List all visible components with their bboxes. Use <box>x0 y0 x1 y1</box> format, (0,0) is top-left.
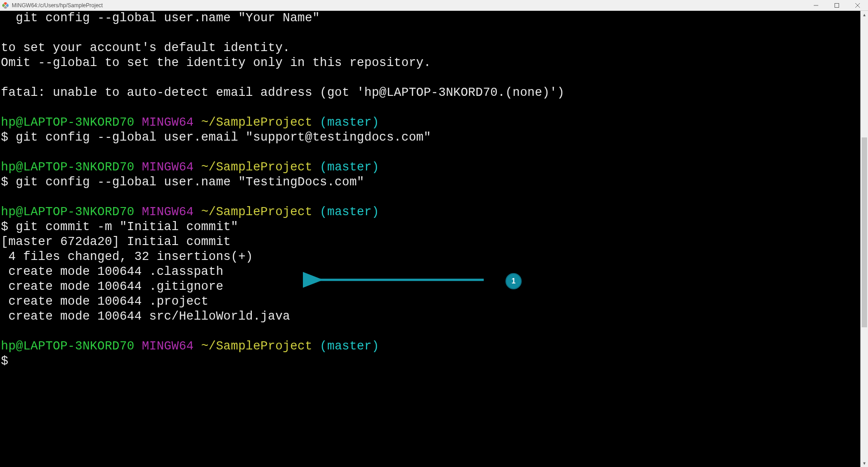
terminal-output: 4 files changed, 32 insertions(+) <box>1 250 253 264</box>
annotation-badge: 1 <box>505 273 522 289</box>
window-controls <box>806 0 868 11</box>
terminal-output: [master 672da20] Initial commit <box>1 235 231 249</box>
scroll-down-icon[interactable]: ▼ <box>861 459 868 467</box>
prompt-symbol: $ <box>1 354 8 368</box>
close-button[interactable] <box>847 0 868 11</box>
prompt-path: ~/SampleProject <box>201 116 312 129</box>
terminal-line: fatal: unable to auto-detect email addre… <box>1 86 565 99</box>
terminal-output: create mode 100644 .classpath <box>1 265 223 278</box>
terminal[interactable]: git config --global user.name "Your Name… <box>0 11 860 467</box>
scroll-up-icon[interactable]: ▲ <box>861 11 868 19</box>
terminal-command: git config --global user.email "support@… <box>8 131 431 144</box>
prompt-path: ~/SampleProject <box>201 205 312 219</box>
vertical-scrollbar[interactable]: ▲ ▼ <box>860 11 868 467</box>
prompt-branch: (master) <box>320 160 379 174</box>
prompt-path: ~/SampleProject <box>201 160 312 174</box>
prompt-user-host: hp@LAPTOP-3NKORD70 <box>1 340 134 353</box>
prompt-symbol: $ <box>1 220 8 234</box>
prompt-branch: (master) <box>320 116 379 129</box>
terminal-command: git commit -m "Initial commit" <box>8 220 238 234</box>
prompt-path: ~/SampleProject <box>201 340 312 353</box>
git-bash-icon <box>2 2 9 9</box>
annotation-number: 1 <box>512 277 516 285</box>
prompt-env: MINGW64 <box>142 160 194 174</box>
terminal-output: create mode 100644 .project <box>1 295 208 308</box>
prompt-user-host: hp@LAPTOP-3NKORD70 <box>1 160 134 174</box>
prompt-env: MINGW64 <box>142 116 194 129</box>
window-title: MINGW64:/c/Users/hp/SampleProject <box>12 2 103 9</box>
prompt-symbol: $ <box>1 131 8 144</box>
prompt-env: MINGW64 <box>142 340 194 353</box>
terminal-line: to set your account's default identity. <box>1 41 290 55</box>
prompt-branch: (master) <box>320 340 379 353</box>
minimize-button[interactable] <box>806 0 826 11</box>
prompt-symbol: $ <box>1 175 8 189</box>
scroll-thumb[interactable] <box>862 137 867 327</box>
prompt-user-host: hp@LAPTOP-3NKORD70 <box>1 205 134 219</box>
prompt-branch: (master) <box>320 205 379 219</box>
terminal-output: create mode 100644 .gitignore <box>1 280 223 293</box>
terminal-command: git config --global user.name "TestingDo… <box>8 175 364 189</box>
terminal-container: git config --global user.name "Your Name… <box>0 11 868 467</box>
terminal-output: create mode 100644 src/HelloWorld.java <box>1 310 290 323</box>
terminal-line: Omit --global to set the identity only i… <box>1 56 431 70</box>
maximize-button[interactable] <box>826 0 847 11</box>
prompt-env: MINGW64 <box>142 205 194 219</box>
svg-rect-5 <box>835 4 839 8</box>
terminal-line: git config --global user.name "Your Name… <box>1 11 320 25</box>
window-titlebar: MINGW64:/c/Users/hp/SampleProject <box>0 0 868 11</box>
prompt-user-host: hp@LAPTOP-3NKORD70 <box>1 116 134 129</box>
